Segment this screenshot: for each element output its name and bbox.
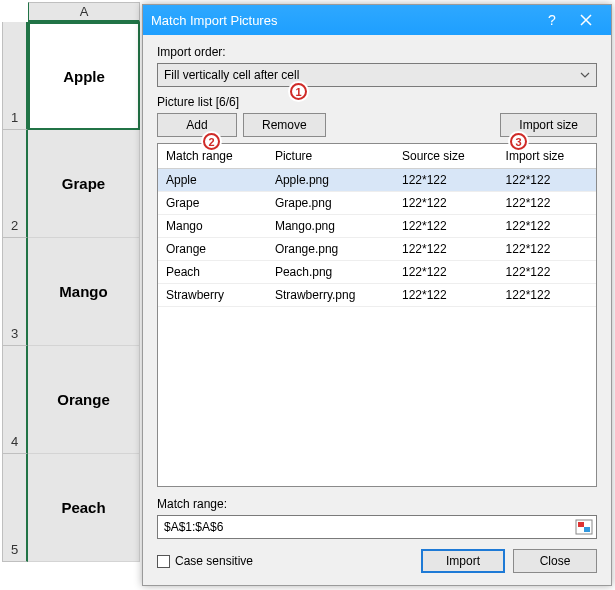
row-header[interactable]: 1 [2,22,28,130]
row-headers: 1 2 3 4 5 [2,22,28,562]
annotation-callout-3: 3 [510,133,527,150]
col-source-size[interactable]: Source size [394,144,498,169]
picture-list-toolbar: Add Remove Import size [157,113,597,137]
match-range-input[interactable]: $A$1:$A$6 [157,515,597,539]
column-header-a[interactable]: A [28,2,140,22]
import-order-combo[interactable]: Fill vertically cell after cell [157,63,597,87]
svg-rect-1 [578,522,584,527]
row-header[interactable]: 2 [2,130,28,238]
picture-list-label: Picture list [6/6] [157,95,597,109]
annotation-callout-1: 1 [290,83,307,100]
close-button[interactable]: Close [513,549,597,573]
picture-list-table[interactable]: Match range Picture Source size Import s… [157,143,597,487]
import-order-label: Import order: [157,45,597,59]
add-button[interactable]: Add [157,113,237,137]
table-row[interactable]: Orange Orange.png 122*122 122*122 [158,238,596,261]
dialog-body: Import order: Fill vertically cell after… [143,35,611,585]
row-header[interactable]: 5 [2,454,28,562]
range-selector-icon[interactable] [575,519,593,535]
match-range-value: $A$1:$A$6 [164,520,223,534]
import-button[interactable]: Import [421,549,505,573]
table-row[interactable]: Mango Mango.png 122*122 122*122 [158,215,596,238]
cell-a1[interactable]: Apple [28,22,140,130]
import-order-value: Fill vertically cell after cell [164,68,299,82]
dialog-title: Match Import Pictures [151,13,535,28]
close-icon[interactable] [569,5,603,35]
table-row[interactable]: Peach Peach.png 122*122 122*122 [158,261,596,284]
checkbox-box-icon [157,555,170,568]
match-import-pictures-dialog: Match Import Pictures ? Import order: Fi… [142,4,612,586]
chevron-down-icon [578,68,592,82]
case-sensitive-label: Case sensitive [175,554,253,568]
cells: Apple Grape Mango Orange Peach [28,22,140,562]
table-row[interactable]: Apple Apple.png 122*122 122*122 [158,169,596,192]
col-picture[interactable]: Picture [267,144,394,169]
row-header[interactable]: 3 [2,238,28,346]
case-sensitive-checkbox[interactable]: Case sensitive [157,554,253,568]
table-row[interactable]: Strawberry Strawberry.png 122*122 122*12… [158,284,596,307]
svg-rect-2 [584,527,590,532]
cell-a4[interactable]: Orange [28,346,140,454]
cell-a3[interactable]: Mango [28,238,140,346]
match-range-label: Match range: [157,497,597,511]
row-header[interactable]: 4 [2,346,28,454]
remove-button[interactable]: Remove [243,113,326,137]
cell-a5[interactable]: Peach [28,454,140,562]
annotation-callout-2: 2 [203,133,220,150]
cell-a2[interactable]: Grape [28,130,140,238]
dialog-titlebar[interactable]: Match Import Pictures ? [143,5,611,35]
table-row[interactable]: Grape Grape.png 122*122 122*122 [158,192,596,215]
dialog-footer: Case sensitive Import Close [157,549,597,573]
help-button[interactable]: ? [535,5,569,35]
